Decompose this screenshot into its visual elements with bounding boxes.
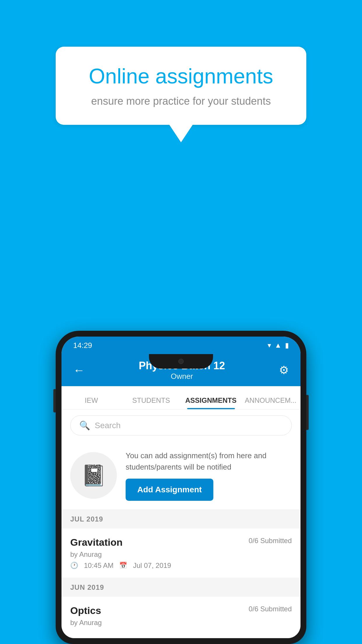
assignment-author-gravitation: by Anurag — [70, 550, 292, 559]
speech-bubble-subtitle: ensure more practice for your students — [76, 95, 286, 107]
clock-icon: 🕐 — [70, 562, 78, 569]
assignment-item-top-optics: Optics 0/6 Submitted — [70, 605, 292, 616]
search-input-wrapper[interactable]: 🔍 Search — [70, 415, 292, 435]
info-section: 📓 You can add assignment(s) from here an… — [61, 441, 301, 510]
signal-icon: ▲ — [275, 341, 282, 349]
assignment-submitted-gravitation: 0/6 Submitted — [249, 537, 292, 545]
assignment-time-gravitation: 10:45 AM — [84, 561, 113, 570]
assignment-icon-circle: 📓 — [70, 452, 117, 499]
section-header-jul: JUL 2019 — [61, 510, 301, 528]
assignment-item-gravitation[interactable]: Gravitation 0/6 Submitted by Anurag 🕐 10… — [61, 528, 301, 578]
status-bar: 14:29 ▾ ▲ ▮ — [61, 337, 301, 354]
speech-bubble-tail — [169, 125, 193, 142]
info-description: You can add assignment(s) from here and … — [126, 450, 292, 473]
search-container: 🔍 Search — [61, 410, 301, 441]
tab-assignments[interactable]: ASSIGNMENTS — [181, 396, 241, 409]
tab-announcements[interactable]: ANNOUNCEM... — [241, 396, 301, 409]
phone-screen: 14:29 ▾ ▲ ▮ ← Physics Batch 12 Owner ⚙ — [61, 337, 301, 638]
calendar-icon: 📅 — [119, 562, 127, 569]
back-button[interactable]: ← — [73, 364, 85, 377]
status-time: 14:29 — [73, 341, 92, 350]
info-text-group: You can add assignment(s) from here and … — [126, 450, 292, 501]
assignment-submitted-optics: 0/6 Submitted — [249, 605, 292, 613]
notebook-icon: 📓 — [81, 463, 106, 487]
tab-overview[interactable]: IEW — [61, 396, 121, 409]
notch-overlay — [149, 354, 213, 369]
camera-dot — [178, 359, 184, 364]
add-assignment-button[interactable]: Add Assignment — [126, 479, 213, 501]
speech-bubble: Online assignments ensure more practice … — [56, 47, 306, 125]
assignment-author-optics: by Anurag — [70, 619, 292, 627]
status-icons: ▾ ▲ ▮ — [268, 341, 289, 349]
phone-wrapper: 14:29 ▾ ▲ ▮ ← Physics Batch 12 Owner ⚙ — [56, 331, 306, 644]
phone-outer: 14:29 ▾ ▲ ▮ ← Physics Batch 12 Owner ⚙ — [56, 331, 306, 644]
wifi-icon: ▾ — [268, 341, 271, 349]
battery-icon: ▮ — [285, 341, 289, 349]
header-subtitle: Owner — [139, 372, 225, 381]
section-header-jun: JUN 2019 — [61, 578, 301, 597]
speech-bubble-title: Online assignments — [76, 64, 286, 88]
tab-students[interactable]: STUDENTS — [121, 396, 181, 409]
assignment-name-optics: Optics — [70, 605, 101, 616]
assignment-meta-gravitation: 🕐 10:45 AM 📅 Jul 07, 2019 — [70, 561, 292, 570]
assignment-item-top: Gravitation 0/6 Submitted — [70, 537, 292, 548]
settings-icon[interactable]: ⚙ — [279, 364, 289, 377]
tabs-bar: IEW STUDENTS ASSIGNMENTS ANNOUNCEM... — [61, 386, 301, 410]
assignment-date-gravitation: Jul 07, 2019 — [133, 561, 171, 570]
assignment-name-gravitation: Gravitation — [70, 537, 122, 548]
search-placeholder: Search — [95, 421, 121, 430]
phone-button-left — [53, 389, 56, 412]
speech-bubble-container: Online assignments ensure more practice … — [56, 47, 306, 142]
assignment-item-optics[interactable]: Optics 0/6 Submitted by Anurag — [61, 597, 301, 638]
search-icon: 🔍 — [79, 420, 90, 430]
phone-button-right — [306, 395, 309, 430]
